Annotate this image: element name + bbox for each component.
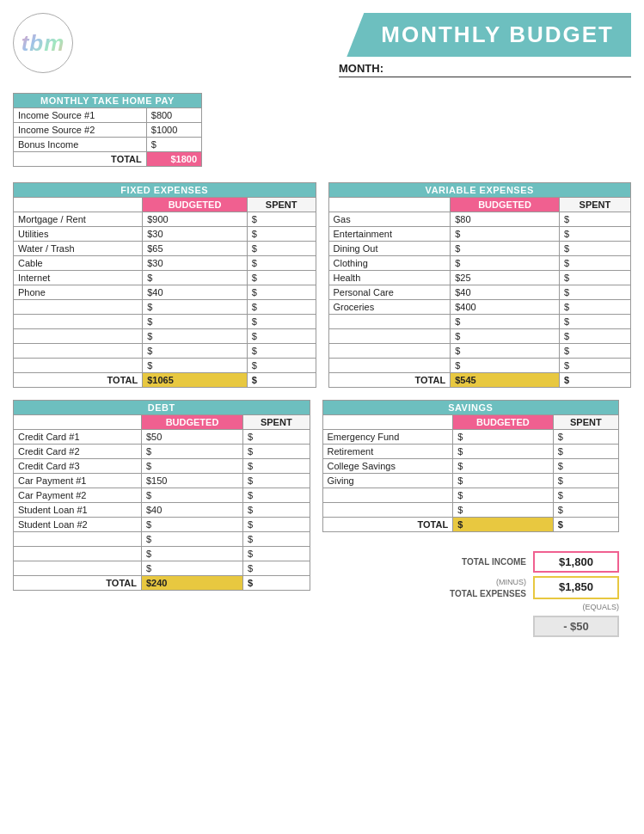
total-income-value: $1,800 [533, 551, 619, 573]
take-home-total-value: $1800 [146, 152, 201, 167]
expenses-section: FIXED EXPENSES BUDGETED SPENT Mortgage /… [13, 182, 631, 388]
debt-row-6: Student Loan #2$$ [14, 518, 310, 532]
fixed-expenses-table: FIXED EXPENSES BUDGETED SPENT Mortgage /… [13, 182, 316, 388]
fixed-row-9: $$ [14, 344, 316, 359]
income-source-1-label: Income Source #1 [14, 108, 147, 123]
logo-text: tbm [21, 30, 65, 57]
summary-section: TOTAL INCOME $1,800 (MINUS) TOTAL EXPENS… [322, 551, 620, 637]
fixed-row-6: $$ [14, 300, 316, 315]
variable-budgeted-col-header: BUDGETED [451, 198, 560, 212]
fixed-total-budgeted: $1065 [143, 373, 248, 388]
savings-header: SAVINGS [322, 401, 619, 415]
bonus-income-row: Bonus Income $ [14, 138, 202, 152]
savings-row-1: Retirement$$ [322, 445, 619, 459]
income-source-2-value: $1000 [146, 123, 201, 138]
fixed-spent-col-header: SPENT [247, 198, 316, 212]
variable-total-spent: $ [559, 373, 630, 388]
income-row-2: Income Source #2 $1000 [14, 123, 202, 138]
minus-row: (MINUS) TOTAL EXPENSES $1,850 [322, 576, 620, 599]
total-expenses-label: TOTAL EXPENSES [450, 588, 526, 599]
debt-row-3: Car Payment #1$150$ [14, 474, 310, 488]
variable-expenses-table: VARIABLE EXPENSES BUDGETED SPENT Gas$80$… [328, 182, 632, 388]
fixed-row-0: Mortgage / Rent$900$ [14, 212, 316, 227]
total-income-row: TOTAL INCOME $1,800 [322, 551, 620, 573]
debt-row-9: $$ [14, 561, 310, 576]
bonus-income-value: $ [146, 138, 201, 152]
variable-row-7: $$ [328, 315, 631, 329]
result-value: - $50 [533, 616, 619, 637]
savings-row-0: Emergency Fund$$ [322, 430, 619, 445]
debt-row-0: Credit Card #1$50$ [14, 430, 310, 445]
income-row-1: Income Source #1 $800 [14, 108, 202, 123]
savings-total-label: TOTAL [322, 518, 453, 532]
savings-row-5: $$ [322, 503, 619, 518]
take-home-total-label: TOTAL [14, 152, 147, 167]
savings-table: SAVINGS BUDGETED SPENT Emergency Fund$$ … [322, 400, 620, 637]
variable-row-5: Personal Care$40$ [328, 285, 631, 300]
fixed-label-col [14, 198, 143, 212]
debt-row-2: Credit Card #3$$ [14, 459, 310, 474]
debt-row-1: Credit Card #2$$ [14, 445, 310, 459]
variable-total-label: TOTAL [328, 373, 451, 388]
debt-row-8: $$ [14, 547, 310, 561]
savings-budgeted-col-header: BUDGETED [453, 415, 553, 430]
income-source-1-value: $800 [146, 108, 201, 123]
fixed-expenses-header: FIXED EXPENSES [14, 183, 316, 198]
take-home-total-row: TOTAL $1800 [14, 152, 202, 167]
fixed-row-8: $$ [14, 329, 316, 344]
debt-savings-section: DEBT BUDGETED SPENT Credit Card #1$50$ C… [13, 400, 631, 637]
variable-total-budgeted: $545 [451, 373, 560, 388]
debt-label-col [14, 415, 142, 430]
variable-row-10: $$ [328, 359, 631, 373]
month-label: MONTH: [339, 62, 383, 75]
debt-total-spent: $ [243, 576, 310, 591]
debt-header: DEBT [14, 401, 310, 415]
savings-row-4: $$ [322, 488, 619, 503]
result-row: - $50 [322, 616, 620, 637]
fixed-row-7: $$ [14, 315, 316, 329]
savings-total-row: TOTAL $ $ [322, 518, 619, 532]
bonus-income-label: Bonus Income [14, 138, 147, 152]
variable-row-3: Clothing$$ [328, 256, 631, 271]
savings-label-col [322, 415, 453, 430]
debt-table: DEBT BUDGETED SPENT Credit Card #1$50$ C… [13, 400, 310, 637]
variable-row-4: Health$25$ [328, 271, 631, 285]
debt-row-4: Car Payment #2$$ [14, 488, 310, 503]
take-home-header: MONTHLY TAKE HOME PAY [14, 94, 202, 108]
savings-row-2: College Savings$$ [322, 459, 619, 474]
debt-total-row: TOTAL $240 $ [14, 576, 310, 591]
fixed-budgeted-col-header: BUDGETED [143, 198, 248, 212]
variable-row-9: $$ [328, 344, 631, 359]
equals-label: (EQUALS) [582, 601, 619, 613]
debt-total-budgeted: $240 [141, 576, 242, 591]
month-line: MONTH: [339, 62, 631, 77]
variable-expenses-header: VARIABLE EXPENSES [328, 183, 631, 198]
fixed-row-3: Cable$30$ [14, 256, 316, 271]
equals-row: (EQUALS) [322, 601, 620, 613]
savings-total-budgeted: $ [453, 518, 553, 532]
debt-spent-col-header: SPENT [243, 415, 310, 430]
variable-row-1: Entertainment$$ [328, 227, 631, 242]
fixed-row-4: Internet$$ [14, 271, 316, 285]
debt-total-label: TOTAL [14, 576, 142, 591]
page-header: tbm MONTHLY BUDGET MONTH: [13, 13, 631, 77]
fixed-total-row: TOTAL $1065 $ [14, 373, 316, 388]
variable-spent-col-header: SPENT [559, 198, 630, 212]
savings-total-spent: $ [553, 518, 618, 532]
variable-row-0: Gas$80$ [328, 212, 631, 227]
income-source-2-label: Income Source #2 [14, 123, 147, 138]
debt-row-5: Student Loan #1$40$ [14, 503, 310, 518]
page-title: MONTHLY BUDGET [347, 13, 631, 57]
fixed-total-label: TOTAL [14, 373, 143, 388]
fixed-row-1: Utilities$30$ [14, 227, 316, 242]
title-block: MONTHLY BUDGET MONTH: [339, 13, 631, 77]
variable-label-col [328, 198, 451, 212]
savings-spent-col-header: SPENT [553, 415, 618, 430]
take-home-table: MONTHLY TAKE HOME PAY Income Source #1 $… [13, 93, 202, 167]
fixed-row-5: Phone$40$ [14, 285, 316, 300]
debt-row-7: $$ [14, 532, 310, 547]
logo: tbm [13, 13, 73, 73]
variable-row-6: Groceries$400$ [328, 300, 631, 315]
variable-row-8: $$ [328, 329, 631, 344]
fixed-row-2: Water / Trash$65$ [14, 242, 316, 256]
